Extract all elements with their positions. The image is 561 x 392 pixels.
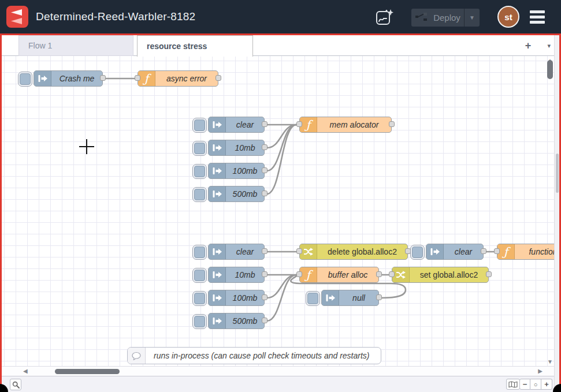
output-port[interactable] xyxy=(262,318,268,323)
tab-resource-stress[interactable]: resource stress xyxy=(137,35,253,57)
change-shuffle-icon xyxy=(392,267,410,282)
tab-flow-1[interactable]: Flow 1 xyxy=(18,35,133,56)
zoom-reset-button[interactable]: ○ xyxy=(530,379,541,390)
function-icon: ƒ xyxy=(497,244,515,259)
search-flows-button[interactable] xyxy=(10,379,21,390)
flow-canvas[interactable]: Crash meƒasync errorclear10mb100mb500mbƒ… xyxy=(2,56,554,366)
node-label: mem alocator xyxy=(317,117,391,132)
output-port[interactable] xyxy=(376,294,382,300)
node-delete-global-alloc2[interactable]: delete global.alloc2 xyxy=(299,244,408,260)
scroll-down-icon[interactable]: ▼ xyxy=(546,359,554,365)
inject-arrow-icon xyxy=(34,71,51,86)
node-label: 10mb xyxy=(226,267,264,282)
inject-trigger-button[interactable] xyxy=(192,268,207,283)
page-scrollbar[interactable] xyxy=(554,35,559,392)
input-port[interactable] xyxy=(135,75,140,81)
node-label: buffer alloc xyxy=(317,267,378,282)
workspace-frame: Flow 1 resource stress + ▾ Crash meƒasyn… xyxy=(0,33,561,392)
flow-list-caret[interactable]: ▾ xyxy=(547,42,551,50)
inject-trigger-button[interactable] xyxy=(192,118,207,133)
inject-trigger-button[interactable] xyxy=(18,72,32,87)
node-label: delete global.alloc2 xyxy=(317,244,407,259)
input-port[interactable] xyxy=(296,271,302,277)
inject-arrow-icon xyxy=(322,290,339,305)
node-comment[interactable]: runs in-process (can cause poll check ti… xyxy=(127,347,381,364)
input-port[interactable] xyxy=(296,121,302,127)
inject-trigger-button[interactable] xyxy=(192,291,207,306)
node-clear-b[interactable]: clear xyxy=(208,244,265,260)
function-icon: ƒ xyxy=(138,71,155,86)
zoom-controls: − ○ + xyxy=(519,379,552,390)
node-null[interactable]: null xyxy=(321,290,379,306)
node-10mb-b[interactable]: 10mb xyxy=(208,267,265,283)
user-avatar[interactable]: st xyxy=(497,6,519,28)
wire-100mb-a-to-mem-alocator[interactable] xyxy=(267,125,296,171)
navigator-map-icon xyxy=(508,381,518,388)
output-port[interactable] xyxy=(216,75,221,81)
page-scroll-thumb[interactable] xyxy=(556,154,559,193)
inject-arrow-icon xyxy=(209,163,226,178)
zoom-in-button[interactable]: + xyxy=(541,379,552,390)
output-port[interactable] xyxy=(376,271,382,277)
input-port[interactable] xyxy=(389,271,395,277)
main-menu-icon[interactable] xyxy=(530,10,545,24)
node-500mb-a[interactable]: 500mb xyxy=(208,186,265,202)
add-flow-button[interactable]: + xyxy=(522,40,534,51)
inject-trigger-button[interactable] xyxy=(192,164,207,179)
node-clear-c[interactable]: clear xyxy=(426,244,484,260)
inject-trigger-button[interactable] xyxy=(192,245,207,260)
wires-layer xyxy=(2,56,554,366)
node-label: 500mb xyxy=(226,313,264,328)
output-port[interactable] xyxy=(389,121,395,127)
input-port[interactable] xyxy=(296,248,302,254)
output-port[interactable] xyxy=(262,294,268,300)
scroll-right-icon[interactable]: ▶ xyxy=(538,368,543,374)
input-port[interactable] xyxy=(494,248,500,254)
node-set-global-alloc2[interactable]: set global.alloc2 xyxy=(392,267,489,283)
canvas-horizontal-scrollbar[interactable]: ◀ ▶ xyxy=(2,366,554,376)
inject-trigger-button[interactable] xyxy=(306,291,320,306)
node-100mb-b[interactable]: 100mb xyxy=(208,290,265,306)
node-label: clear xyxy=(226,117,264,132)
horizontal-scroll-thumb[interactable] xyxy=(55,369,120,374)
output-port[interactable] xyxy=(262,248,268,254)
node-mem-alocator[interactable]: ƒmem alocator xyxy=(299,117,392,133)
node-500mb-b[interactable]: 500mb xyxy=(208,313,265,329)
node-label: clear xyxy=(444,244,483,259)
inject-trigger-button[interactable] xyxy=(192,314,207,329)
node-buffer-alloc[interactable]: ƒbuffer alloc xyxy=(299,267,379,283)
inject-trigger-button[interactable] xyxy=(192,187,207,202)
node-crash-me[interactable]: Crash me xyxy=(34,70,103,87)
deploy-options-caret[interactable]: ▼ xyxy=(465,14,480,21)
output-port[interactable] xyxy=(262,121,268,127)
node-10mb-a[interactable]: 10mb xyxy=(208,140,265,156)
zoom-out-button[interactable]: − xyxy=(519,379,530,390)
scroll-left-icon[interactable]: ◀ xyxy=(23,368,28,374)
inject-trigger-button[interactable] xyxy=(192,141,207,156)
node-red-logo xyxy=(6,6,28,28)
vertical-scroll-thumb[interactable] xyxy=(547,60,553,79)
node-clear-a[interactable]: clear xyxy=(208,117,265,133)
output-port[interactable] xyxy=(262,144,268,150)
canvas-vertical-scrollbar[interactable]: ▲ ▼ xyxy=(546,56,554,366)
node-label: set global.alloc2 xyxy=(410,267,488,282)
inject-arrow-icon xyxy=(209,290,226,305)
output-port[interactable] xyxy=(481,248,486,254)
output-port[interactable] xyxy=(262,271,268,277)
inject-arrow-icon xyxy=(209,117,226,132)
output-port[interactable] xyxy=(262,167,268,173)
node-label: runs in-process (can cause poll check ti… xyxy=(146,348,381,364)
node-100mb-a[interactable]: 100mb xyxy=(208,163,265,179)
navigator-toggle-button[interactable] xyxy=(506,379,520,390)
inject-trigger-button[interactable] xyxy=(410,245,425,260)
deploy-button[interactable]: Deploy ▼ xyxy=(411,9,480,27)
output-port[interactable] xyxy=(262,191,268,196)
ai-assistant-icon[interactable] xyxy=(376,9,394,26)
node-async-error[interactable]: ƒasync error xyxy=(138,70,218,87)
inject-arrow-icon xyxy=(209,267,226,282)
output-port[interactable] xyxy=(486,271,492,277)
node-label: null xyxy=(339,290,378,305)
workspace-footer: − ○ + xyxy=(2,376,559,392)
output-port[interactable] xyxy=(100,75,106,81)
deploy-icon xyxy=(415,12,429,23)
